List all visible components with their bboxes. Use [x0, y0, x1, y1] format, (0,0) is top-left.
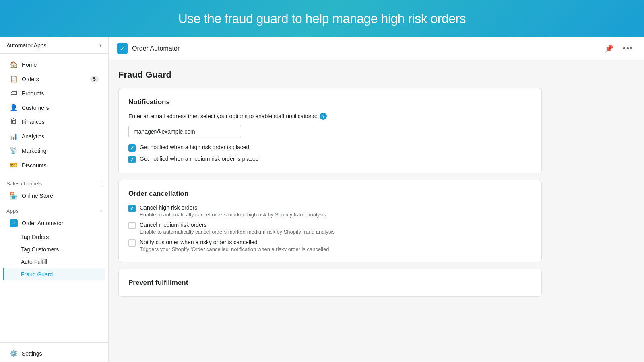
notifications-description-text: Enter an email address then select your …: [128, 113, 317, 119]
high-risk-notify-checkbox[interactable]: ✓: [128, 144, 136, 152]
online-store-label: Online Store: [22, 193, 53, 199]
notifications-card-title: Notifications: [128, 98, 532, 106]
apps-section-header: Apps ›: [0, 203, 108, 216]
settings-label: Settings: [22, 350, 42, 357]
cancel-high-risk-checkbox[interactable]: ✓: [128, 205, 136, 212]
checkmark-icon: ✓: [130, 146, 134, 150]
cancel-medium-risk-text: Cancel medium risk orders Enable to auto…: [140, 222, 335, 235]
sidebar-item-marketing[interactable]: 📡 Marketing: [3, 144, 105, 158]
cancel-medium-risk-row: Cancel medium risk orders Enable to auto…: [128, 222, 532, 235]
medium-risk-notify-row: ✓ Get notified when a medium risk order …: [128, 156, 532, 163]
sidebar-item-order-automator[interactable]: ✓ Order Automator: [3, 216, 105, 230]
auto-fulfill-label: Auto Fulfill: [21, 259, 47, 265]
pin-icon: 📌: [605, 45, 613, 53]
high-risk-notify-label: Get notified when a high risk order is p…: [140, 144, 249, 150]
notifications-card: Notifications Enter an email address the…: [118, 88, 542, 173]
page-title: Fraud Guard: [118, 70, 542, 80]
customers-label: Customers: [22, 105, 49, 111]
medium-risk-notify-checkbox[interactable]: ✓: [128, 156, 136, 163]
content-area: Fraud Guard Notifications Enter an email…: [109, 60, 551, 313]
order-cancellation-card: Order cancellation ✓ Cancel high risk or…: [118, 180, 542, 262]
high-risk-notify-row: ✓ Get notified when a high risk order is…: [128, 144, 532, 152]
sidebar-item-online-store[interactable]: 🏪 Online Store: [3, 189, 105, 203]
apps-label: Apps: [6, 208, 19, 214]
main-nav-section: 🏠 Home 📋 Orders 5🏷 Products 👤 Customers …: [0, 54, 108, 176]
customers-icon: 👤: [10, 104, 18, 111]
sidebar-item-tag-orders[interactable]: Tag Orders: [3, 231, 105, 243]
cancel-medium-risk-label: Cancel medium risk orders: [140, 222, 335, 228]
main-content: ✓ Order Automator 📌 ••• Fraud Guard Noti…: [109, 37, 644, 362]
sidebar-item-discounts[interactable]: 🎫 Discounts: [3, 158, 105, 172]
sales-channels-label: Sales channels: [6, 181, 42, 187]
sidebar-item-settings[interactable]: ⚙️ Settings: [3, 346, 105, 360]
cancel-medium-risk-checkbox[interactable]: [128, 222, 136, 229]
sidebar-item-customers[interactable]: 👤 Customers: [3, 101, 105, 115]
sidebar-bottom: ⚙️ Settings: [0, 342, 108, 362]
help-icon[interactable]: ?: [320, 113, 327, 120]
cancel-high-risk-text: Cancel high risk orders Enable to automa…: [140, 204, 326, 218]
order-automator-icon: ✓: [10, 219, 18, 227]
analytics-label: Analytics: [22, 133, 44, 140]
cancel-high-risk-sublabel: Enable to automatically cancel orders ma…: [140, 212, 326, 218]
notify-customer-cancel-label: Notify customer when a risky order is ca…: [140, 239, 329, 245]
checkmark-icon: ✓: [130, 157, 134, 162]
discounts-label: Discounts: [22, 162, 46, 169]
sidebar-item-auto-fulfill[interactable]: Auto Fulfill: [3, 256, 105, 268]
store-icon: 🏪: [10, 192, 18, 200]
sidebar-item-products[interactable]: 🏷 Products: [3, 86, 105, 100]
pin-button[interactable]: 📌: [601, 43, 617, 55]
sidebar-item-orders[interactable]: 📋 Orders 5: [3, 72, 105, 86]
notify-customer-cancel-sublabel: Triggers your Shopify 'Order cancelled' …: [140, 246, 329, 252]
notifications-description: Enter an email address then select your …: [128, 113, 532, 120]
apps-expand-icon[interactable]: ›: [100, 208, 102, 214]
analytics-icon: 📊: [10, 132, 18, 140]
home-icon: 🏠: [10, 61, 18, 68]
notify-customer-cancel-text: Notify customer when a risky order is ca…: [140, 239, 329, 252]
sidebar-dropdown[interactable]: Automator Apps ▾: [0, 37, 108, 54]
fraud-guard-label: Fraud Guard: [21, 271, 53, 278]
apps-nav: ✓ Order Automator Tag Orders Tag Custome…: [0, 216, 108, 281]
orders-badge: 5: [90, 76, 99, 82]
app-icon: ✓: [117, 43, 128, 54]
sales-channels-section-header: Sales channels ›: [0, 176, 108, 188]
sidebar-item-analytics[interactable]: 📊 Analytics: [3, 129, 105, 143]
cancel-high-risk-label: Cancel high risk orders: [140, 204, 326, 211]
order-automator-label: Order Automator: [22, 220, 64, 226]
sales-channels-expand-icon[interactable]: ›: [100, 181, 102, 187]
sidebar-item-finances[interactable]: 🏛 Finances: [3, 115, 105, 129]
email-input[interactable]: [128, 125, 241, 138]
orders-icon: 📋: [10, 75, 18, 83]
tag-orders-label: Tag Orders: [21, 234, 49, 240]
marketing-label: Marketing: [22, 148, 46, 154]
sidebar-item-home[interactable]: 🏠 Home: [3, 58, 105, 72]
top-banner: Use the fraud guard to help manage high …: [0, 0, 644, 37]
more-actions-button[interactable]: •••: [620, 42, 636, 55]
medium-risk-notify-text: Get notified when a medium risk order is…: [140, 156, 259, 162]
sidebar-dropdown-label: Automator Apps: [6, 42, 47, 49]
tag-customers-label: Tag Customers: [21, 246, 59, 253]
more-icon: •••: [623, 44, 633, 53]
notify-customer-cancel-checkbox[interactable]: [128, 239, 136, 247]
settings-icon: ⚙️: [10, 350, 18, 357]
prevent-fulfillment-title: Prevent fulfillment: [128, 279, 532, 287]
app-header-left: ✓ Order Automator: [117, 43, 180, 54]
home-label: Home: [22, 62, 37, 68]
checkmark-icon: ✓: [130, 206, 134, 211]
finances-icon: 🏛: [10, 118, 18, 125]
marketing-icon: 📡: [10, 147, 18, 154]
orders-label: Orders: [22, 76, 39, 82]
app-header: ✓ Order Automator 📌 •••: [109, 37, 644, 60]
medium-risk-notify-label: Get notified when a medium risk order is…: [140, 156, 259, 162]
cancel-medium-risk-sublabel: Enable to automatically cancel orders ma…: [140, 229, 335, 235]
app-header-title: Order Automator: [132, 45, 180, 52]
sidebar-item-fraud-guard[interactable]: Fraud Guard: [3, 268, 105, 280]
banner-text: Use the fraud guard to help manage high …: [178, 11, 466, 26]
sales-channels-nav: 🏪 Online Store: [0, 188, 108, 203]
sidebar: Automator Apps ▾ 🏠 Home 📋 Orders 5🏷 Prod…: [0, 37, 109, 362]
sidebar-item-tag-customers[interactable]: Tag Customers: [3, 243, 105, 255]
cancel-high-risk-row: ✓ Cancel high risk orders Enable to auto…: [128, 204, 532, 218]
finances-label: Finances: [22, 119, 45, 125]
order-cancellation-title: Order cancellation: [128, 190, 532, 198]
discounts-icon: 🎫: [10, 161, 18, 169]
chevron-down-icon: ▾: [99, 43, 102, 48]
